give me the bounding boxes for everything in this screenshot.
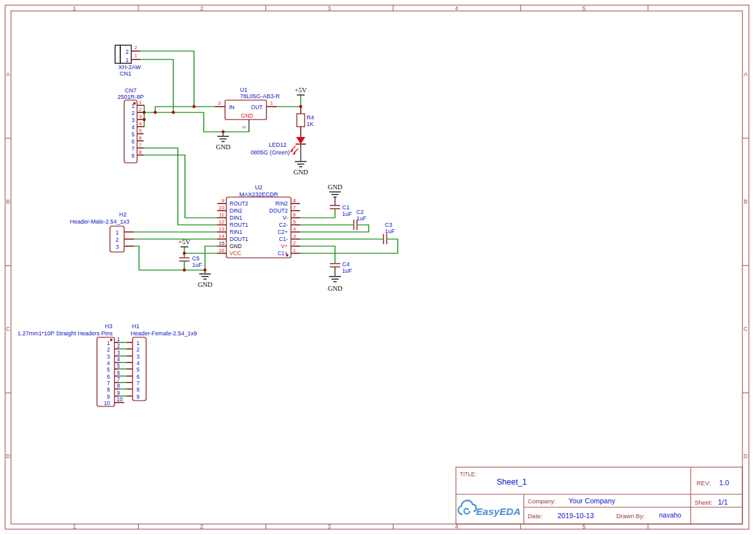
svg-text:10: 10 — [116, 396, 123, 403]
svg-text:8: 8 — [293, 198, 296, 204]
component-ref[interactable]: H3 — [105, 323, 113, 330]
component-c1[interactable]: C1 1uF — [330, 197, 352, 217]
component-value[interactable]: XH-2AW — [118, 64, 141, 70]
frame-row-label: B — [744, 198, 748, 205]
pin-number: 2 — [135, 45, 138, 50]
pin1-marker-dot — [110, 339, 113, 341]
gnd-symbol[interactable]: GND — [198, 270, 213, 288]
svg-text:6: 6 — [131, 138, 135, 145]
frame-column-label: 4 — [455, 5, 458, 12]
svg-text:1: 1 — [139, 100, 142, 105]
svg-text:DOUT1: DOUT1 — [230, 236, 248, 242]
component-ref[interactable]: CN7 — [125, 87, 136, 94]
component-ref[interactable]: H1 — [132, 323, 140, 330]
component-u1[interactable]: IN OUT GND 3 1 2 U1 78L05G-AB3-R — [215, 87, 280, 132]
h1-pins[interactable] — [127, 342, 133, 396]
component-value[interactable]: Header-Male-2.54_1x3 — [70, 218, 129, 225]
component-c3[interactable]: C3 1uF — [383, 222, 395, 244]
svg-text:RIN2: RIN2 — [275, 200, 288, 207]
vcc-flag[interactable]: +5V — [295, 87, 307, 95]
svg-text:1: 1 — [293, 247, 296, 253]
svg-text:8: 8 — [131, 152, 135, 159]
svg-text:7: 7 — [117, 376, 120, 383]
drawn-by-value[interactable]: navaho — [659, 511, 682, 519]
component-c4[interactable]: C4 1uF — [330, 261, 352, 277]
component-h2[interactable]: 1 2 3 H2 Header-Male-2.54_1x3 — [70, 211, 134, 252]
h2-pins[interactable] — [124, 232, 134, 246]
h3-h1-link-wires[interactable] — [119, 342, 127, 396]
pin-number: 1 — [135, 53, 138, 59]
component-led12[interactable]: LED12 0805G (Green) — [250, 137, 306, 162]
svg-text:6: 6 — [136, 373, 140, 380]
component-value[interactable]: 1K — [307, 121, 314, 127]
component-value[interactable]: 1uF — [192, 262, 202, 268]
gnd-symbol[interactable]: GND — [328, 184, 343, 197]
component-ref[interactable]: C2 — [356, 209, 364, 215]
net-label: GND — [216, 143, 231, 151]
component-value[interactable]: 2501R-8P — [118, 94, 144, 100]
component-c5[interactable]: C5 1uF — [179, 255, 202, 268]
gnd-symbol[interactable]: GND — [294, 162, 308, 176]
svg-text:9: 9 — [107, 393, 110, 400]
svg-text:1: 1 — [136, 340, 140, 346]
svg-text:3: 3 — [117, 350, 120, 356]
component-ref[interactable]: H2 — [119, 211, 127, 218]
svg-text:11: 11 — [219, 212, 225, 218]
component-h3[interactable]: 12 34 56 78 910 12 34 56 78 910 H3 1.27m… — [17, 323, 124, 406]
led-light-arrows — [290, 146, 298, 155]
svg-text:10: 10 — [104, 400, 111, 406]
component-c2[interactable]: C2 1uF — [354, 209, 367, 230]
company-value[interactable]: Your Company — [568, 497, 616, 505]
date-value[interactable]: 2019-10-13 — [557, 512, 594, 519]
component-ref[interactable]: CN1 — [120, 70, 131, 77]
svg-text:9: 9 — [117, 390, 120, 396]
svg-text:12: 12 — [219, 219, 224, 225]
component-h1[interactable]: 12 34 56 78 9 H1 Header-Female-2.54_1x9 — [127, 323, 197, 401]
cn7-pin-names: 12 34 56 78 — [131, 103, 135, 159]
rev-value[interactable]: 1.0 — [719, 479, 729, 487]
gnd-symbol[interactable]: GND — [216, 132, 231, 151]
svg-text:VCC: VCC — [230, 250, 241, 257]
svg-text:7: 7 — [293, 205, 296, 211]
component-value[interactable]: 1.27mm1*10P Straight Headers Pins — [17, 330, 113, 337]
gnd-symbol[interactable]: GND — [328, 277, 343, 292]
component-ref[interactable]: R4 — [307, 114, 314, 121]
svg-text:13: 13 — [219, 226, 224, 232]
component-value[interactable]: MAX232ECDR — [239, 191, 279, 198]
svg-text:2: 2 — [117, 342, 120, 349]
component-u2[interactable]: 9 10 11 12 13 14 15 16 ROUT2 DIN2 DIN1 R… — [217, 184, 300, 258]
cn7-pin-numbers: 12 34 56 78 — [139, 100, 142, 155]
frame-row-label: A — [744, 71, 748, 78]
component-ref[interactable]: C3 — [385, 222, 393, 228]
sheet-value[interactable]: 1/1 — [718, 498, 728, 506]
component-ref[interactable]: LED12 — [268, 142, 286, 148]
pin-name: 1 — [125, 57, 129, 63]
sheet-title[interactable]: Sheet_1 — [497, 477, 527, 487]
wires[interactable] — [134, 51, 398, 270]
frame-row-label: D — [6, 453, 10, 459]
component-value[interactable]: 0805G (Green) — [250, 149, 290, 156]
component-r4[interactable]: R4 1K — [297, 107, 314, 137]
component-cn7[interactable]: 12 34 56 78 12 34 56 78 CN7 2501R-8P — [118, 87, 144, 163]
svg-text:5: 5 — [139, 128, 142, 134]
component-value[interactable]: 1uF — [342, 268, 352, 274]
component-value[interactable]: 1uF — [385, 228, 395, 235]
pin-name: IN — [229, 104, 235, 110]
component-ref[interactable]: C4 — [342, 261, 350, 268]
component-value[interactable]: 78L05G-AB3-R — [240, 93, 280, 100]
component-cn1[interactable]: 2 1 2 1 XH-2AW CN1 — [115, 45, 141, 77]
component-value[interactable]: 1uF — [356, 215, 367, 222]
component-value[interactable]: 1uF — [342, 211, 352, 217]
component-ref[interactable]: C1 — [342, 204, 350, 211]
svg-text:9: 9 — [222, 198, 225, 204]
svg-text:2: 2 — [136, 346, 140, 353]
net-label: GND — [294, 169, 308, 176]
company-label: Company: — [528, 498, 556, 505]
component-ref[interactable]: C5 — [192, 255, 200, 262]
component-ref[interactable]: U2 — [255, 184, 263, 191]
vcc-flag[interactable]: +5V — [178, 238, 191, 247]
pin-number: 2 — [241, 125, 247, 129]
component-value[interactable]: Header-Female-2.54_1x9 — [131, 330, 197, 337]
component-ref[interactable]: U1 — [240, 87, 248, 93]
easyeda-logo: EasyEDA — [459, 501, 521, 517]
